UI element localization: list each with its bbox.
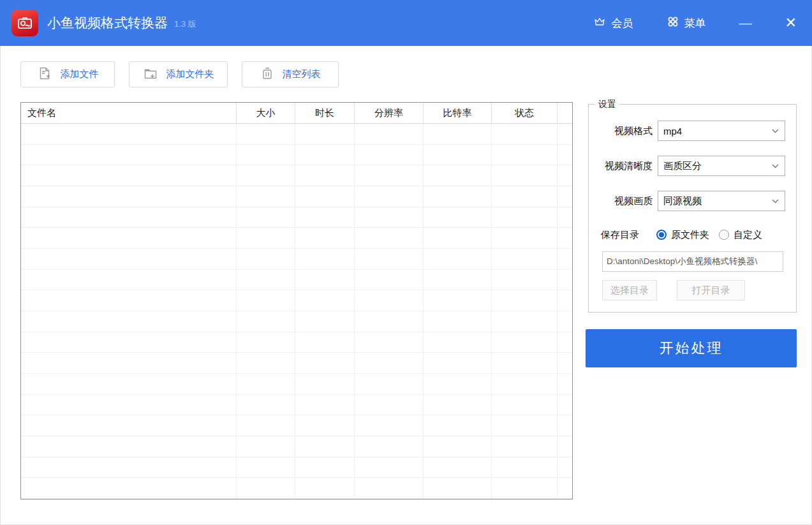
chevron-down-icon (772, 199, 779, 203)
table-cell (295, 415, 355, 436)
video-quality-value: 同源视频 (663, 195, 702, 207)
radio-custom-folder[interactable]: 自定义 (719, 228, 762, 242)
table-cell (355, 395, 424, 416)
close-button[interactable]: ✕ (785, 16, 797, 30)
table-cell (21, 290, 237, 311)
table-cell (355, 353, 424, 374)
table-cell (557, 207, 572, 228)
add-file-button[interactable]: 添加文件 (20, 61, 115, 87)
table-cell (295, 228, 355, 249)
table-cell (237, 353, 295, 374)
table-cell (424, 415, 492, 436)
video-format-label: 视频格式 (589, 121, 653, 141)
table-cell (21, 436, 237, 457)
table-cell (424, 395, 492, 416)
add-file-icon (37, 66, 52, 83)
table-cell (237, 415, 295, 436)
table-cell (557, 374, 572, 395)
table-cell (492, 228, 557, 249)
app-title: 小鱼视频格式转换器 (47, 14, 168, 32)
table-cell (355, 249, 424, 270)
table-cell (295, 311, 355, 332)
table-cell (295, 374, 355, 395)
table-cell (295, 124, 355, 145)
table-cell (295, 436, 355, 457)
table-cell (557, 290, 572, 311)
table-cell (295, 353, 355, 374)
clear-list-button[interactable]: 清空列表 (242, 61, 339, 87)
table-cell (21, 457, 237, 478)
table-cell (355, 374, 424, 395)
minimize-button[interactable]: — (739, 17, 752, 29)
table-cell (492, 311, 557, 332)
table-header: 文件名大小时长分辨率比特率状态 (21, 103, 572, 124)
table-cell (237, 207, 295, 228)
table-cell (237, 165, 295, 186)
member-label: 会员 (612, 16, 633, 31)
table-cell (557, 457, 572, 478)
crown-icon (593, 15, 607, 32)
table-cell (557, 165, 572, 186)
table-cell (21, 311, 237, 332)
table-cell (492, 332, 557, 353)
table-cell (295, 332, 355, 353)
table-cell (237, 186, 295, 207)
column-header: 状态 (492, 103, 557, 124)
start-processing-button[interactable]: 开始处理 (586, 329, 797, 367)
table-cell (424, 311, 492, 332)
add-folder-button[interactable]: 添加文件夹 (129, 61, 228, 87)
video-clarity-select[interactable]: 画质区分 (658, 156, 785, 176)
table-cell (295, 395, 355, 416)
column-header: 分辨率 (355, 103, 424, 124)
table-cell (492, 165, 557, 186)
table-cell (21, 270, 237, 291)
table-cell (492, 374, 557, 395)
table-cell (295, 270, 355, 291)
table-cell (492, 415, 557, 436)
table-cell (237, 145, 295, 166)
file-list-table: 文件名大小时长分辨率比特率状态 (20, 102, 573, 499)
save-path-input[interactable] (602, 251, 783, 272)
table-cell (21, 395, 237, 416)
column-header: 文件名 (21, 103, 237, 124)
table-body (21, 124, 572, 499)
table-cell (21, 165, 237, 186)
table-cell (355, 124, 424, 145)
table-cell (424, 270, 492, 291)
table-cell (557, 353, 572, 374)
app-logo-camera-icon (11, 10, 38, 36)
member-button[interactable]: 会员 (593, 15, 633, 32)
table-cell (21, 124, 237, 145)
table-cell (492, 290, 557, 311)
menu-button[interactable]: 菜单 (667, 15, 706, 31)
titlebar: 小鱼视频格式转换器 1.3 版 会员 菜单 (0, 0, 812, 46)
video-quality-label: 视频画质 (589, 191, 653, 211)
trash-icon (260, 66, 274, 83)
video-format-select[interactable]: mp4 (658, 121, 785, 141)
radio-original-folder[interactable]: 原文件夹 (656, 228, 709, 242)
table-cell (21, 332, 237, 353)
table-cell (21, 353, 237, 374)
table-cell (557, 332, 572, 353)
table-cell (492, 478, 557, 499)
table-cell (237, 124, 295, 145)
table-cell (557, 395, 572, 416)
table-cell (355, 457, 424, 478)
table-cell (355, 165, 424, 186)
table-cell (295, 249, 355, 270)
table-cell (492, 124, 557, 145)
table-cell (557, 270, 572, 291)
table-cell (295, 290, 355, 311)
choose-directory-button[interactable]: 选择目录 (602, 280, 657, 300)
open-directory-button[interactable]: 打开目录 (677, 280, 745, 300)
video-clarity-value: 画质区分 (663, 160, 702, 172)
table-cell (557, 145, 572, 166)
column-header: 时长 (295, 103, 355, 124)
table-cell (492, 145, 557, 166)
column-header: 大小 (237, 103, 295, 124)
table-cell (424, 478, 492, 499)
scrollbar-column (557, 103, 572, 124)
table-cell (355, 270, 424, 291)
video-quality-select[interactable]: 同源视频 (658, 191, 785, 211)
table-cell (237, 395, 295, 416)
